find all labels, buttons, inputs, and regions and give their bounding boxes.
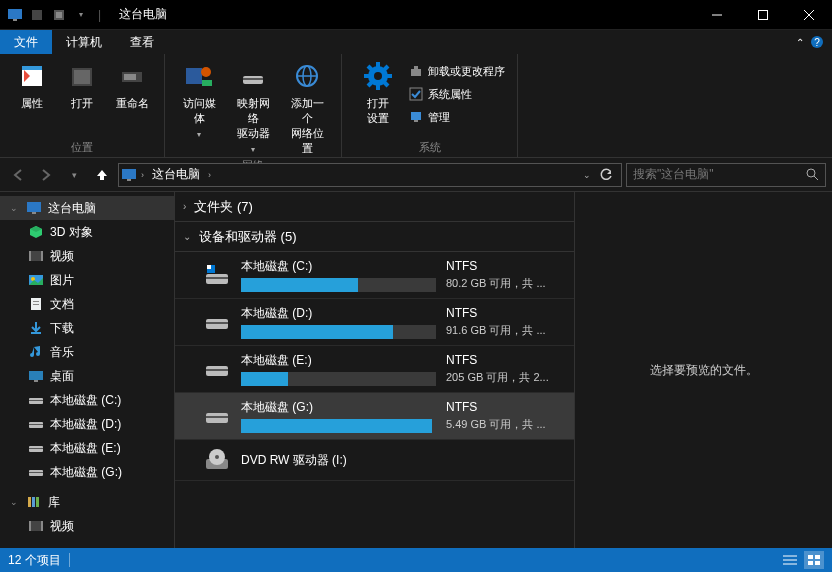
tab-view[interactable]: 查看 bbox=[116, 30, 168, 54]
svg-rect-76 bbox=[206, 322, 228, 324]
qat-props-icon[interactable] bbox=[50, 6, 68, 24]
sidebar-item[interactable]: 本地磁盘 (C:) bbox=[0, 388, 174, 412]
dvd-label: DVD RW 驱动器 (I:) bbox=[241, 452, 566, 469]
qat-undo-icon[interactable] bbox=[28, 6, 46, 24]
pic-icon bbox=[28, 272, 44, 288]
desk-icon bbox=[28, 368, 44, 384]
item-list[interactable]: ›文件夹 (7) ⌄设备和驱动器 (5) 本地磁盘 (C:)NTFS80.2 G… bbox=[175, 192, 575, 548]
expand-icon[interactable]: ⌄ bbox=[10, 497, 20, 507]
uninstall-button[interactable]: 卸载或更改程序 bbox=[408, 60, 505, 82]
sidebar-item[interactable]: 图片 bbox=[0, 268, 174, 292]
usage-bar bbox=[241, 325, 436, 339]
sidebar-item[interactable]: 音乐 bbox=[0, 340, 174, 364]
sidebar-item[interactable]: 桌面 bbox=[0, 364, 174, 388]
drive-item[interactable]: 本地磁盘 (G:)NTFS5.49 GB 可用，共 ... bbox=[175, 393, 574, 440]
svg-rect-56 bbox=[34, 380, 38, 382]
svg-rect-37 bbox=[410, 88, 422, 100]
sidebar-item-label: 音乐 bbox=[50, 344, 74, 361]
rename-button[interactable]: 重命名 bbox=[108, 58, 156, 113]
back-button[interactable] bbox=[6, 163, 30, 187]
drive-item[interactable]: 本地磁盘 (C:)NTFS80.2 GB 可用，共 ... bbox=[175, 252, 574, 299]
minimize-button[interactable] bbox=[694, 0, 740, 30]
drive-name: 本地磁盘 (G:) bbox=[241, 399, 436, 416]
svg-rect-66 bbox=[32, 497, 35, 507]
add-netloc-label: 添加一个 网络位置 bbox=[287, 96, 327, 156]
view-details-button[interactable] bbox=[780, 551, 800, 569]
maximize-button[interactable] bbox=[740, 0, 786, 30]
open-settings-button[interactable]: 打开 设置 bbox=[354, 58, 402, 128]
sidebar-item[interactable]: 本地磁盘 (G:) bbox=[0, 460, 174, 484]
drive-icon bbox=[203, 355, 231, 383]
qat-dropdown-icon[interactable]: ▾ bbox=[72, 6, 90, 24]
navigation-pane[interactable]: ⌄这台电脑 3D 对象视频图片文档下载音乐桌面本地磁盘 (C:)本地磁盘 (D:… bbox=[0, 192, 175, 548]
sidebar-item[interactable]: 文档 bbox=[0, 292, 174, 316]
forward-button[interactable] bbox=[34, 163, 58, 187]
uninstall-icon bbox=[408, 63, 424, 79]
expand-icon[interactable]: ⌄ bbox=[10, 203, 20, 213]
svg-rect-0 bbox=[8, 9, 22, 19]
drive-fs: NTFS bbox=[446, 353, 566, 367]
drive-dvd[interactable]: DVD RW 驱动器 (I:) bbox=[175, 440, 574, 481]
open-button[interactable]: 打开 bbox=[58, 58, 106, 113]
close-button[interactable] bbox=[786, 0, 832, 30]
drive-item[interactable]: 本地磁盘 (D:)NTFS91.6 GB 可用，共 ... bbox=[175, 299, 574, 346]
recent-dropdown[interactable]: ▾ bbox=[62, 163, 86, 187]
group-location-label: 位置 bbox=[8, 140, 156, 157]
cube-icon bbox=[28, 224, 44, 240]
access-media-label: 访问媒体 bbox=[179, 96, 219, 126]
help-icon[interactable]: ? bbox=[810, 35, 824, 49]
ribbon-tabs: 文件 计算机 查看 ⌃ ? bbox=[0, 30, 832, 54]
access-media-button[interactable]: 访问媒体▾ bbox=[173, 58, 225, 158]
tab-computer[interactable]: 计算机 bbox=[52, 30, 116, 54]
sidebar-item-lib-video[interactable]: 视频 bbox=[0, 514, 174, 538]
up-button[interactable] bbox=[90, 163, 114, 187]
sidebar-item[interactable]: 本地磁盘 (D:) bbox=[0, 412, 174, 436]
chevron-right-icon[interactable]: › bbox=[208, 170, 211, 180]
sidebar-item-label: 桌面 bbox=[50, 368, 74, 385]
sidebar-item[interactable]: 下载 bbox=[0, 316, 174, 340]
video-icon bbox=[28, 518, 44, 534]
svg-rect-40 bbox=[122, 169, 136, 179]
drv-icon bbox=[28, 416, 44, 432]
tab-file[interactable]: 文件 bbox=[0, 30, 52, 54]
ribbon-group-system: 打开 设置 卸载或更改程序 系统属性 管理 系统 bbox=[342, 54, 518, 157]
chevron-down-icon[interactable]: ⌄ bbox=[183, 231, 191, 242]
svg-rect-4 bbox=[56, 12, 62, 18]
sidebar-item-thispc[interactable]: ⌄这台电脑 bbox=[0, 196, 174, 220]
search-box[interactable]: 搜索"这台电脑" bbox=[626, 163, 826, 187]
address-bar[interactable]: › 这台电脑 › ⌄ bbox=[118, 163, 622, 187]
sidebar-item-label: 下载 bbox=[50, 320, 74, 337]
svg-rect-74 bbox=[207, 265, 211, 269]
pc-icon bbox=[26, 200, 42, 216]
svg-rect-80 bbox=[206, 416, 228, 418]
svg-rect-90 bbox=[815, 561, 820, 565]
sysprops-button[interactable]: 系统属性 bbox=[408, 83, 505, 105]
group-header-folders[interactable]: ›文件夹 (7) bbox=[175, 192, 574, 222]
music-icon bbox=[28, 344, 44, 360]
sidebar-item[interactable]: 3D 对象 bbox=[0, 220, 174, 244]
sidebar-item[interactable]: 本地磁盘 (E:) bbox=[0, 436, 174, 460]
add-netloc-button[interactable]: 添加一个 网络位置 bbox=[281, 58, 333, 158]
chevron-right-icon[interactable]: › bbox=[183, 201, 186, 212]
svg-rect-68 bbox=[29, 521, 43, 531]
ribbon-collapse-icon[interactable]: ⌃ bbox=[796, 37, 804, 48]
search-icon bbox=[806, 168, 819, 181]
address-dropdown-icon[interactable]: ⌄ bbox=[583, 170, 591, 180]
drive-free: 80.2 GB 可用，共 ... bbox=[446, 276, 566, 291]
group-folders-label: 文件夹 (7) bbox=[194, 198, 253, 216]
drive-name: 本地磁盘 (C:) bbox=[241, 258, 436, 275]
sidebar-item[interactable]: 视频 bbox=[0, 244, 174, 268]
refresh-icon[interactable] bbox=[599, 168, 613, 182]
map-drive-button[interactable]: 映射网络 驱动器▾ bbox=[227, 58, 279, 158]
drive-item[interactable]: 本地磁盘 (E:)NTFS205 GB 可用，共 2... bbox=[175, 346, 574, 393]
sidebar-item-library[interactable]: ⌄库 bbox=[0, 490, 174, 514]
view-large-button[interactable] bbox=[804, 551, 824, 569]
manage-button[interactable]: 管理 bbox=[408, 106, 505, 128]
drive-fs: NTFS bbox=[446, 259, 566, 273]
sidebar-item-label: 本地磁盘 (C:) bbox=[50, 392, 121, 409]
breadcrumb-thispc[interactable]: 这台电脑 bbox=[148, 166, 204, 183]
svg-rect-36 bbox=[414, 66, 418, 69]
chevron-right-icon[interactable]: › bbox=[141, 170, 144, 180]
properties-button[interactable]: 属性 bbox=[8, 58, 56, 113]
group-header-drives[interactable]: ⌄设备和驱动器 (5) bbox=[175, 222, 574, 252]
